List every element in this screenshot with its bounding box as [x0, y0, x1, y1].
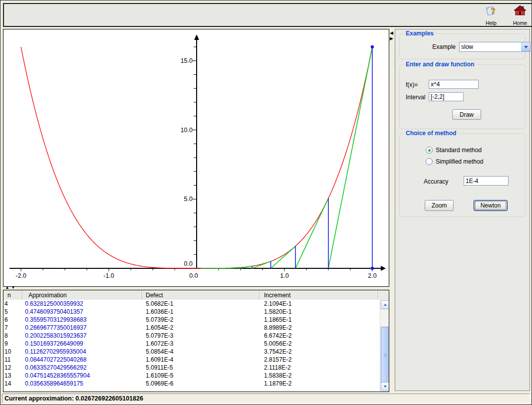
table-row[interactable]: 60.355957031299386835.0739E-21.1865E-1	[3, 316, 380, 324]
axis-endpoint	[371, 267, 374, 270]
column-header[interactable]: Defect	[142, 290, 259, 300]
table-cell: 11	[3, 356, 22, 363]
method-title: Choice of method	[404, 130, 458, 137]
table-row[interactable]: 110.084470272250402681.6091E-42.8157E-2	[3, 356, 380, 364]
table-cell: 6	[3, 316, 22, 323]
table-row[interactable]: 120.063352704295662925.0911E-52.1118E-2	[3, 364, 380, 372]
table-cell: 1.6036E-1	[142, 308, 259, 315]
interval-label: Interval	[406, 94, 425, 101]
table-row[interactable]: 100.112627029559350045.0854E-43.7542E-2	[3, 348, 380, 356]
table-row[interactable]: 50.47460937504013571.6036E-11.5820E-1	[3, 308, 380, 316]
control-panel: Examples Example slow Enter and draw fun…	[395, 29, 530, 391]
curve-endpoint	[371, 45, 374, 48]
table-cell: 1.6091E-4	[142, 356, 259, 363]
table-cell: 6.6742E-2	[259, 332, 378, 339]
examples-groupbox: Examples Example slow	[399, 33, 526, 59]
column-header[interactable]: Increment	[259, 290, 378, 300]
tangent-line	[328, 47, 372, 268]
home-button[interactable]: Home	[510, 4, 530, 26]
simplified-method-radio[interactable]: Simplified method	[426, 158, 483, 165]
table-cell: 0.4746093750401357	[22, 308, 142, 315]
interval-input[interactable]	[429, 92, 464, 101]
table-cell: 12	[3, 364, 22, 371]
table-cell: 1.1865E-1	[259, 316, 378, 323]
tangent-line	[271, 246, 296, 268]
table-row[interactable]: 130.0475145283655579041.6109E-51.5838E-2	[3, 372, 380, 380]
table-cell: 0.047514528365557904	[22, 372, 142, 379]
iteration-table: nApproximationDefectIncrement 40.6328125…	[3, 290, 389, 392]
table-cell: 0.11262702955935004	[22, 348, 142, 355]
table-cell: 5.0056E-2	[259, 340, 378, 347]
help-icon: ?	[485, 4, 498, 19]
plot-canvas: -2.0-1.00.01.02.00.05.010.015.0	[3, 29, 388, 285]
draw-button[interactable]: Draw	[452, 109, 481, 120]
combo-dropdown-button[interactable]	[521, 42, 530, 51]
table-cell: 0.35595703129938683	[22, 316, 142, 323]
newton-button[interactable]: Newton	[474, 200, 508, 211]
tangent-line	[295, 199, 328, 268]
table-cell: 13	[3, 372, 22, 379]
y-tick-label: 5.0	[184, 196, 193, 202]
splitter-collapse-down-icon[interactable]: ▼	[11, 285, 15, 290]
method-groupbox: Choice of method Standard method Simplif…	[399, 133, 526, 217]
table-cell: 5.0739E-2	[142, 316, 259, 323]
table-cell: 2.1118E-2	[259, 364, 378, 371]
table-row[interactable]: 140.03563589646591755.0969E-61.1879E-2	[3, 380, 380, 388]
vertical-splitter[interactable]: ◀ ▶	[389, 29, 395, 391]
scroll-up-button[interactable]	[381, 300, 389, 309]
table-cell: 0.06335270429566292	[22, 364, 142, 371]
plot-panel: -2.0-1.00.01.02.00.05.010.015.0	[3, 29, 389, 287]
draw-function-title: Enter and draw function	[404, 61, 476, 68]
accuracy-input[interactable]	[464, 176, 509, 186]
y-tick-label: 15.0	[181, 57, 193, 64]
scroll-down-button[interactable]	[381, 382, 389, 391]
x-tick-label: -2.0	[15, 272, 26, 279]
table-cell: 8	[3, 332, 22, 339]
thumb-grip-icon: ☰	[383, 355, 387, 356]
table-row[interactable]: 40.63281250003599325.0682E-12.1094E-1	[3, 300, 380, 308]
zoom-button[interactable]: Zoom	[425, 200, 454, 211]
table-cell: 0.08447027225040268	[22, 356, 142, 363]
examples-title: Examples	[404, 30, 436, 37]
table-cell: 1.5838E-2	[259, 372, 378, 379]
svg-text:?: ?	[491, 7, 496, 15]
help-button[interactable]: ? Help	[481, 4, 501, 26]
table-scrollbar[interactable]: ☰	[380, 300, 389, 392]
scrollbar-thumb[interactable]: ☰	[381, 327, 389, 384]
x-axis-arrow-icon	[381, 266, 386, 271]
example-selected-value: slow	[460, 43, 521, 50]
example-label: Example	[400, 43, 456, 50]
table-row[interactable]: 80.200225830159236375.0797E-36.6742E-2	[3, 332, 380, 340]
tangent-line	[252, 261, 270, 268]
table-cell: 5.0854E-4	[142, 348, 259, 355]
home-label: Home	[513, 20, 527, 26]
table-cell: 3.7542E-2	[259, 348, 378, 355]
table-row[interactable]: 70.266967773500169371.6054E-28.8989E-2	[3, 324, 380, 332]
horizontal-splitter[interactable]: ▲ ▼	[3, 286, 389, 290]
table-cell: 5	[3, 308, 22, 315]
splitter-collapse-right-icon[interactable]: ▶	[390, 36, 393, 41]
table-cell: 5.0969E-6	[142, 380, 259, 387]
fx-input[interactable]	[429, 80, 479, 89]
table-row[interactable]: 90.15016937266490991.6072E-35.0056E-2	[3, 340, 380, 348]
table-cell: 0.1501693726649099	[22, 340, 142, 347]
splitter-collapse-up-icon[interactable]: ▲	[5, 285, 9, 290]
column-header[interactable]: n	[3, 290, 22, 300]
arrow-down-icon	[384, 386, 387, 389]
table-cell: 4	[3, 300, 22, 307]
splitter-collapse-left-icon[interactable]: ◀	[390, 31, 393, 35]
example-select[interactable]: slow	[459, 42, 531, 52]
table-cell: 1.5820E-1	[259, 308, 378, 315]
current-approximation-text: Current approximation: 0.026726922605101…	[4, 395, 143, 402]
standard-method-radio[interactable]: Standard method	[426, 147, 482, 154]
standard-method-label: Standard method	[436, 147, 482, 154]
table-cell: 5.0911E-5	[142, 364, 259, 371]
table-cell: 1.6072E-3	[142, 340, 259, 347]
table-cell: 5.0682E-1	[142, 300, 259, 307]
arrow-up-icon	[384, 302, 387, 306]
y-tick-label: 0.0	[184, 260, 193, 267]
y-tick-label: 10.0	[181, 127, 193, 134]
column-header[interactable]: Approximation	[22, 290, 142, 300]
iteration-table-header: nApproximationDefectIncrement	[3, 290, 389, 300]
chevron-down-icon	[524, 46, 528, 50]
